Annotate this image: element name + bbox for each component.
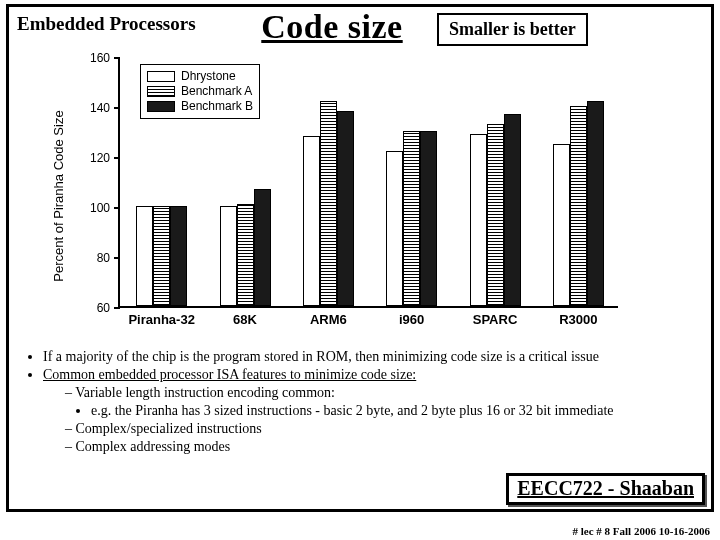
y-tick <box>114 307 120 309</box>
y-axis-label: Percent of Piranha Code Size <box>51 110 66 281</box>
header-note-box: Smaller is better <box>437 13 588 46</box>
bar <box>403 131 420 306</box>
bar <box>153 206 170 306</box>
y-tick <box>114 207 120 209</box>
x-tick-label: Piranha-32 <box>128 312 194 327</box>
footer-text: # lec # 8 Fall 2006 10-16-2006 <box>0 525 720 537</box>
bullet-text: Complex/specialized instructions <box>76 421 262 436</box>
bar <box>320 101 337 306</box>
y-tick-label: 60 <box>97 301 110 315</box>
list-item: e.g. the Piranha has 3 sized instruction… <box>91 402 701 420</box>
header-left: Embedded Processors <box>17 9 227 35</box>
y-tick-label: 120 <box>90 151 110 165</box>
legend-label: Benchmark B <box>181 99 253 114</box>
plot-area: Dhrystone Benchmark A Benchmark B 608010… <box>118 58 618 308</box>
y-tick-label: 80 <box>97 251 110 265</box>
y-tick <box>114 157 120 159</box>
x-tick-label: 68K <box>233 312 257 327</box>
header-row: Embedded Processors Code size Smaller is… <box>9 7 711 46</box>
x-tick-label: i960 <box>399 312 424 327</box>
chart: Percent of Piranha Code Size Dhrystone B… <box>80 50 640 342</box>
list-item: Complex addressing modes <box>65 438 701 456</box>
bar <box>570 106 587 306</box>
bullet-text: e.g. the Piranha has 3 sized instruction… <box>91 403 614 418</box>
bar <box>386 151 403 306</box>
y-tick-label: 160 <box>90 51 110 65</box>
y-tick <box>114 107 120 109</box>
course-box: EECC722 - Shaaban <box>506 473 705 505</box>
list-item: Common embedded processor ISA features t… <box>43 366 701 456</box>
bar <box>237 204 254 307</box>
y-tick-label: 100 <box>90 201 110 215</box>
bar <box>553 144 570 307</box>
y-tick-label: 140 <box>90 101 110 115</box>
bullet-text: Common embedded processor ISA features t… <box>43 367 416 382</box>
list-item: Variable length instruction encoding com… <box>65 384 701 420</box>
legend: Dhrystone Benchmark A Benchmark B <box>140 64 260 119</box>
x-tick-label: SPARC <box>473 312 518 327</box>
legend-item: Dhrystone <box>147 69 253 84</box>
x-tick-label: R3000 <box>559 312 597 327</box>
bar <box>420 131 437 306</box>
legend-item: Benchmark A <box>147 84 253 99</box>
list-item: Complex/specialized instructions <box>65 420 701 438</box>
bar <box>337 111 354 306</box>
bar <box>220 206 237 306</box>
bar <box>254 189 271 307</box>
y-tick <box>114 57 120 59</box>
y-tick <box>114 257 120 259</box>
bar <box>303 136 320 306</box>
bullet-text: Complex addressing modes <box>76 439 231 454</box>
bullet-text: Variable length instruction encoding com… <box>75 385 335 400</box>
bar <box>487 124 504 307</box>
bar <box>587 101 604 306</box>
legend-swatch-icon <box>147 101 175 112</box>
bar <box>170 206 187 306</box>
legend-label: Benchmark A <box>181 84 252 99</box>
legend-item: Benchmark B <box>147 99 253 114</box>
slide-frame: Embedded Processors Code size Smaller is… <box>6 4 714 512</box>
page-title: Code size <box>261 8 402 45</box>
bullet-list: If a majority of the chip is the program… <box>9 348 711 455</box>
legend-swatch-icon <box>147 71 175 82</box>
bar <box>470 134 487 307</box>
bullet-text: If a majority of the chip is the program… <box>43 349 599 364</box>
legend-label: Dhrystone <box>181 69 236 84</box>
header-title-wrap: Code size <box>237 9 427 45</box>
bar <box>504 114 521 307</box>
legend-swatch-icon <box>147 86 175 97</box>
bar <box>136 206 153 306</box>
x-tick-label: ARM6 <box>310 312 347 327</box>
list-item: If a majority of the chip is the program… <box>43 348 701 366</box>
